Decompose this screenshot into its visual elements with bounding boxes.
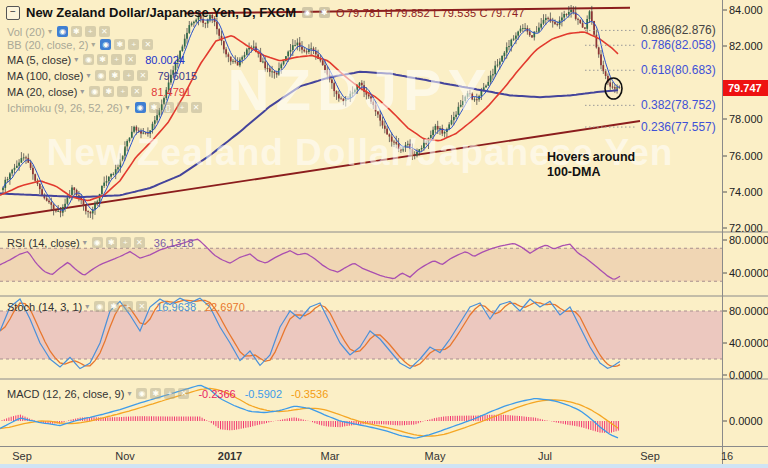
stoch-eye-button[interactable]: ◉ xyxy=(94,301,105,312)
indicator-row-vol: Vol (20)▾◉✱+✕ xyxy=(7,25,110,38)
macd-eye-button[interactable]: ◉ xyxy=(136,388,147,399)
rsi-eye-button[interactable]: ◉ xyxy=(92,237,103,248)
ichimoku-close-button[interactable]: ✕ xyxy=(191,102,202,113)
stoch-value: 22.6970 xyxy=(205,301,245,313)
price-axis-label: 78.000 xyxy=(729,113,763,125)
chevron-down-icon[interactable]: ▾ xyxy=(91,40,95,49)
rsi-gear-button[interactable]: ✱ xyxy=(106,237,117,248)
vol-close-button[interactable]: ✕ xyxy=(99,26,110,37)
vol-gear-button[interactable]: ✱ xyxy=(71,26,82,37)
chevron-down-icon[interactable]: ▾ xyxy=(126,103,130,112)
ichimoku-eye-button[interactable]: ◉ xyxy=(135,102,146,113)
macd-value: -0.2366 xyxy=(198,388,235,400)
bb-gear-button[interactable]: ✱ xyxy=(114,39,125,50)
chart-annotation: Hovers around 100-DMA xyxy=(547,150,635,180)
chevron-down-icon[interactable]: ▾ xyxy=(127,389,131,398)
macd-value: -0.3536 xyxy=(291,388,328,400)
fib-label: 0.886(82.876) xyxy=(641,23,716,37)
bb-eye-button[interactable]: ◉ xyxy=(100,39,111,50)
price-axis[interactable]: 79.747 84.00082.00078.00076.00074.00072.… xyxy=(722,0,768,464)
time-axis[interactable]: SepNov2017MarMayJulSep16 xyxy=(0,446,768,465)
ma5-plus-button[interactable]: + xyxy=(111,54,122,65)
stoch-plus-button[interactable]: + xyxy=(122,301,133,312)
ma5-close-button[interactable]: ✕ xyxy=(125,54,136,65)
ma5-eye-button[interactable]: ◉ xyxy=(83,54,94,65)
collapse-legend-icon[interactable]: − xyxy=(6,6,20,20)
time-axis-label: Nov xyxy=(115,450,135,462)
open-value: 79.781 xyxy=(347,7,382,19)
series-settings-icon[interactable]: ✱ xyxy=(319,7,330,18)
ma100-gear-button[interactable]: ✱ xyxy=(109,70,120,81)
series-eye-icon[interactable]: ◉ xyxy=(302,7,313,18)
chevron-down-icon[interactable]: ▾ xyxy=(86,71,90,80)
indicator-row-ma100: MA (100, close)▾◉✱+✕79.6015 xyxy=(7,69,197,82)
indicator-label-ma100[interactable]: MA (100, close) xyxy=(7,70,83,82)
time-axis-label: May xyxy=(425,450,446,462)
indicator-label-bb[interactable]: BB (20, close, 2) xyxy=(7,39,88,51)
rsi-close-button[interactable]: ✕ xyxy=(134,237,145,248)
vol-eye-button[interactable]: ◉ xyxy=(57,26,68,37)
fib-label: 0.618(80.683) xyxy=(641,63,716,77)
price-axis-label: 40.0000 xyxy=(729,337,768,349)
ma100-value: 79.6015 xyxy=(157,70,197,82)
low-value: 79.535 xyxy=(441,7,476,19)
ma100-eye-button[interactable]: ◉ xyxy=(95,70,106,81)
bottom-edge-strip xyxy=(0,464,768,468)
support-trendline xyxy=(0,121,640,218)
chevron-down-icon[interactable]: ▾ xyxy=(85,302,89,311)
macd-plus-button[interactable]: + xyxy=(164,388,175,399)
price-axis-label: 40.0000 xyxy=(729,267,768,279)
ichimoku-gear-button[interactable]: ✱ xyxy=(149,102,160,113)
time-axis-label: Jul xyxy=(538,450,552,462)
indicator-row-bb: BB (20, close, 2)▾◉✱+✕ xyxy=(7,38,153,51)
macd-gear-button[interactable]: ✱ xyxy=(150,388,161,399)
time-axis-label: 16 xyxy=(721,450,733,462)
indicator-row-ichimoku: Ichimoku (9, 26, 52, 26)▾◉✱{}+✕ xyxy=(7,101,202,114)
vol-plus-button[interactable]: + xyxy=(85,26,96,37)
stoch-gear-button[interactable]: ✱ xyxy=(108,301,119,312)
price-axis-label: 0.0000 xyxy=(729,415,763,427)
indicator-label-ichimoku[interactable]: Ichimoku (9, 26, 52, 26) xyxy=(7,102,123,114)
ma100-plus-button[interactable]: + xyxy=(123,70,134,81)
chevron-down-icon[interactable]: ▾ xyxy=(74,55,78,64)
price-axis-label: 80.0000 xyxy=(729,305,768,317)
indicator-label-rsi[interactable]: RSI (14, close) xyxy=(7,237,80,249)
price-axis-label: 84.000 xyxy=(729,4,763,16)
indicator-label-vol[interactable]: Vol (20) xyxy=(7,26,45,38)
ma100-close-button[interactable]: ✕ xyxy=(137,70,148,81)
chevron-down-icon[interactable]: ▾ xyxy=(80,87,84,96)
ma20-gear-button[interactable]: ✱ xyxy=(103,86,114,97)
bb-close-button[interactable]: ✕ xyxy=(142,39,153,50)
ma20-eye-button[interactable]: ◉ xyxy=(89,86,100,97)
price-axis-label: 0.0000 xyxy=(729,369,763,381)
chevron-down-icon[interactable]: ▾ xyxy=(83,238,87,247)
bb-plus-button[interactable]: + xyxy=(128,39,139,50)
macd-histogram xyxy=(2,415,618,433)
price-axis-label: 80.0000 xyxy=(729,234,768,246)
ichimoku-plus-button[interactable]: + xyxy=(177,102,188,113)
stoch-close-button[interactable]: ✕ xyxy=(136,301,147,312)
indicator-row-macd: MACD (12, 26, close, 9)▾◉✱+✕-0.2366-0.59… xyxy=(7,387,328,400)
ma5-gear-button[interactable]: ✱ xyxy=(97,54,108,65)
indicator-label-ma5[interactable]: MA (5, close) xyxy=(7,54,71,66)
chevron-down-icon[interactable]: ▾ xyxy=(48,27,52,36)
ma5-value: 80.0024 xyxy=(145,54,185,66)
price-axis-label: 82.000 xyxy=(729,40,763,52)
ma20-plus-button[interactable]: + xyxy=(117,86,128,97)
indicator-label-macd[interactable]: MACD (12, 26, close, 9) xyxy=(7,388,124,400)
symbol-title[interactable]: New Zealand Dollar/Japanese Yen, D, FXCM xyxy=(26,5,296,20)
ma20-value: 81.4791 xyxy=(151,86,191,98)
stoch-value: 16.9638 xyxy=(156,301,196,313)
high-value: 79.852 xyxy=(395,7,430,19)
ichimoku-braces-button[interactable]: {} xyxy=(163,102,174,113)
macd-close-button[interactable]: ✕ xyxy=(178,388,189,399)
price-axis-label: 76.000 xyxy=(729,150,763,162)
time-axis-label: Sep xyxy=(12,450,32,462)
indicator-label-ma20[interactable]: MA (20, close) xyxy=(7,86,77,98)
indicator-label-stoch[interactable]: Stoch (14, 3, 1) xyxy=(7,301,82,313)
rsi-plus-button[interactable]: + xyxy=(120,237,131,248)
last-price-badge: 79.747 xyxy=(723,80,768,96)
fib-label: 0.236(77.557) xyxy=(641,120,716,134)
time-axis-label: 2017 xyxy=(218,450,242,462)
ma20-close-button[interactable]: ✕ xyxy=(131,86,142,97)
